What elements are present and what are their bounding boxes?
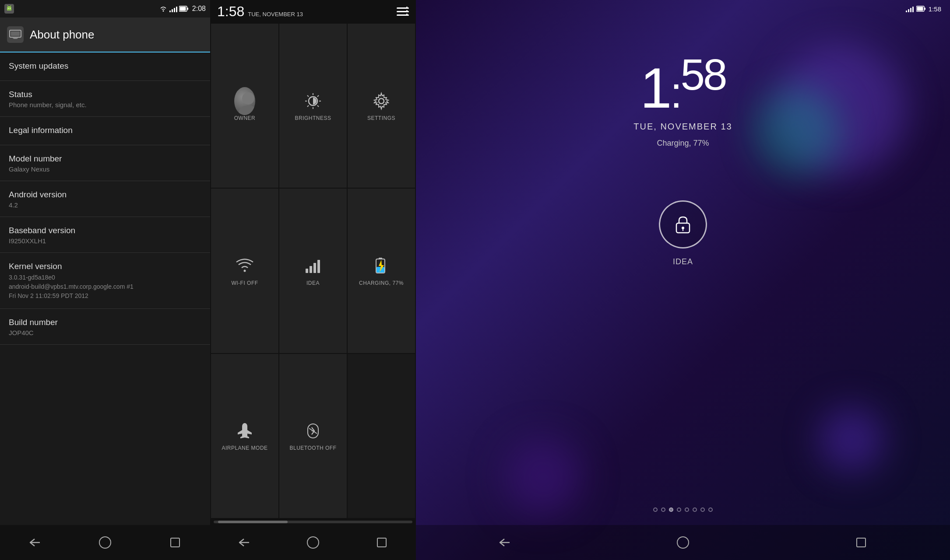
bokeh-4 [503,438,582,516]
svg-rect-32 [306,269,308,273]
quick-tile-wifi[interactable]: WI-FI OFF [211,189,278,353]
quick-tile-bluetooth[interactable]: BLUETOOTH OFF [279,354,347,518]
settings-icon [371,91,392,112]
svg-rect-6 [187,8,188,10]
about-item-model[interactable]: Model number Galaxy Nexus [0,145,210,181]
quick-tile-charging[interactable]: CHARGING, 77% [348,189,415,353]
about-item-kernel[interactable]: Kernel version 3.0.31-gd5a18e0 android-b… [0,253,210,309]
android-title: Android version [9,190,201,200]
baseband-title: Baseband version [9,226,201,235]
android-subtitle: 4.2 [9,201,201,209]
home-button-about[interactable] [92,529,118,556]
recent-button-quick[interactable] [369,529,395,556]
lock-charging: Charging, 77% [633,139,732,148]
lock-circle-button[interactable] [659,200,707,248]
svg-rect-18 [406,14,408,15]
svg-line-29 [307,105,309,107]
quick-date: TUE, NOVEMBER 13 [248,11,303,18]
home-button-quick[interactable] [300,529,326,556]
build-title: Build number [9,318,201,327]
wifi-off-icon [234,256,255,276]
signal-bars-lock [906,5,914,12]
quick-tile-brightness[interactable]: BRIGHTNESS [279,24,347,188]
lock-dot-2 [661,508,665,512]
quick-tile-empty [348,354,415,518]
lock-time-minutes: 58 [680,50,725,99]
recent-icon-about [170,538,180,547]
status-bar-left [4,4,14,14]
svg-point-1 [10,8,11,9]
about-item-android[interactable]: Android version 4.2 [0,181,210,217]
android-icon [4,4,14,14]
svg-point-4 [162,10,164,12]
home-icon-quick [307,536,319,549]
about-item-status[interactable]: Status Phone number, signal, etc. [0,81,210,117]
kernel-title: Kernel version [9,262,201,271]
model-title: Model number [9,154,201,164]
airplane-label: AIRPLANE MODE [222,445,267,451]
recent-button-about[interactable] [162,529,188,556]
lock-dot-1 [653,508,658,512]
home-icon-about [99,536,111,549]
quick-tile-airplane[interactable]: AIRPLANE MODE [211,354,278,518]
status-bar-lock: 1:58 [416,0,950,18]
svg-rect-37 [379,258,382,259]
bokeh-3 [819,407,884,472]
wifi-icon [159,5,168,12]
quick-scrollbar-thumb [218,521,288,523]
wifi-off-label: WI-FI OFF [231,280,258,286]
svg-point-47 [682,227,684,229]
about-item-build[interactable]: Build number JOP40C [0,309,210,345]
battery-icon-about [179,6,189,12]
lock-icon [672,214,694,235]
bluetooth-icon [303,420,324,441]
svg-rect-7 [179,7,186,11]
svg-point-0 [8,8,9,9]
charging-icon [371,256,392,276]
lock-time-hour: 1 [640,56,670,120]
back-button-about[interactable] [22,529,48,556]
status-bar-right: 2:08 [159,5,206,13]
svg-point-30 [379,98,384,104]
svg-rect-34 [313,263,316,273]
panel-quick-settings: 1:58 TUE, NOVEMBER 13 [210,0,416,560]
signal-icon-quick [303,256,324,276]
quick-tile-signal[interactable]: IDEA [279,189,347,353]
baseband-subtitle: I9250XXLH1 [9,237,201,245]
lock-status-time: 1:58 [929,5,941,13]
quick-tile-owner[interactable]: OWNER [211,24,278,188]
quick-settings-grid: OWNER BRIGHTNESS [210,23,416,519]
svg-rect-17 [406,10,408,11]
bokeh-2 [753,88,841,175]
svg-rect-44 [924,8,925,10]
lock-dots [653,508,713,512]
back-button-quick[interactable] [231,529,257,556]
svg-line-26 [307,95,309,97]
panel-lock-screen: 1:58 1:58 TUE, NOVEMBER 13 Charging, 77%… [416,0,950,560]
lock-circle[interactable] [659,200,707,248]
kernel-multiline: 3.0.31-gd5a18e0 android-build@vpbs1.mtv.… [9,273,201,301]
about-item-baseband[interactable]: Baseband version I9250XXLH1 [0,217,210,253]
recent-icon-lock [856,538,866,547]
owner-avatar [234,91,255,112]
lock-carrier: IDEA [673,257,693,266]
home-button-lock[interactable] [670,529,696,556]
recent-button-lock[interactable] [848,529,874,556]
back-button-lock[interactable] [492,529,518,556]
status-bar-quick: 1:58 TUE, NOVEMBER 13 [210,0,416,23]
bluetooth-label: BLUETOOTH OFF [290,445,337,451]
svg-rect-45 [917,7,923,11]
about-item-legal[interactable]: Legal information [0,117,210,145]
lock-dot-7 [700,508,705,512]
about-item-system-updates[interactable]: System updates [0,52,210,81]
menu-icon[interactable] [397,7,409,16]
svg-point-31 [244,270,246,272]
lock-dot-6 [693,508,697,512]
quick-tile-settings[interactable]: SETTINGS [348,24,415,188]
svg-point-20 [239,105,255,115]
lock-date: TUE, NOVEMBER 13 [633,122,732,132]
charging-label: CHARGING, 77% [359,280,404,286]
airplane-icon [234,420,255,441]
svg-rect-9 [11,32,20,36]
svg-rect-33 [310,266,312,273]
